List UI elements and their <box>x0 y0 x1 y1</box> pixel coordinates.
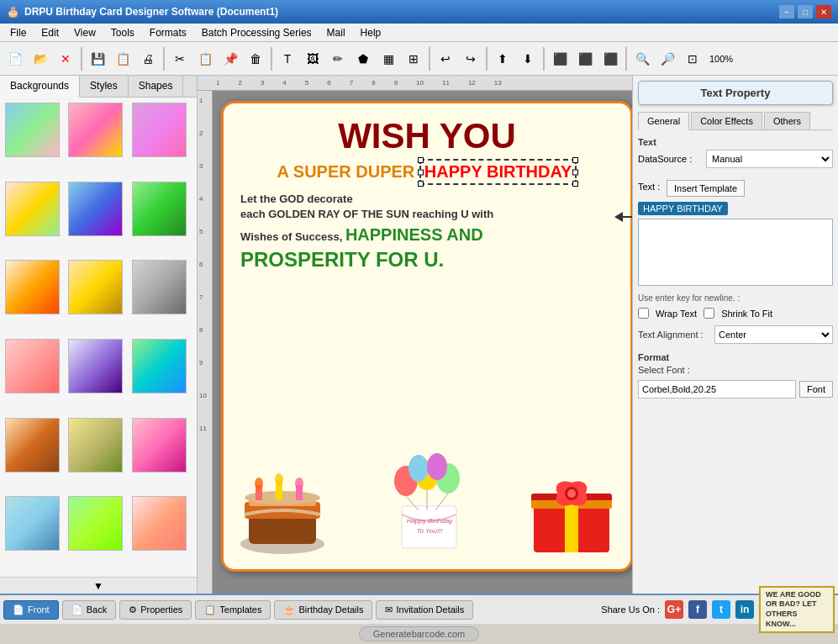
bg-thumb-7[interactable] <box>5 260 60 314</box>
scroll-down-button[interactable]: ▼ <box>0 577 197 594</box>
twitter-icon[interactable]: t <box>712 600 730 619</box>
menu-file[interactable]: File <box>3 25 33 40</box>
undo-button[interactable]: ↩ <box>434 47 457 71</box>
format-label: Format <box>638 352 833 362</box>
menu-view[interactable]: View <box>67 25 103 40</box>
bg-thumb-2[interactable] <box>68 103 123 157</box>
bg-thumb-9[interactable] <box>132 260 187 314</box>
bg-thumb-13[interactable] <box>5 418 60 472</box>
text-textarea[interactable] <box>638 219 833 286</box>
insert-template-button[interactable]: Insert Template <box>667 180 745 197</box>
minimize-button[interactable]: − <box>779 5 794 18</box>
title-bar: 🎂 DRPU Birthday Card Designer Software (… <box>0 0 838 24</box>
draw-button[interactable]: ✏ <box>326 47 350 71</box>
bg-thumb-6[interactable] <box>132 182 187 236</box>
font-row: Font <box>638 380 833 399</box>
tab-shapes[interactable]: Shapes <box>129 76 184 97</box>
shrink-to-fit-checkbox[interactable] <box>704 308 714 319</box>
open-button[interactable]: 📂 <box>29 47 52 71</box>
prop-tab-others[interactable]: Others <box>764 112 810 129</box>
save-button[interactable]: 💾 <box>86 47 109 71</box>
bottom-tab-invitation-details[interactable]: ✉ Invitation Details <box>376 600 473 620</box>
bottom-tab-birthday-details[interactable]: 🎂 Birthday Details <box>274 600 372 620</box>
menu-batch-processing[interactable]: Batch Processing Series <box>195 25 319 40</box>
cut-button[interactable]: ✂ <box>168 47 192 71</box>
align-left[interactable]: ⬛ <box>548 47 572 71</box>
prop-tab-general[interactable]: General <box>638 112 689 130</box>
print-button[interactable]: 🖨 <box>136 47 160 71</box>
facebook-icon[interactable]: f <box>688 600 707 619</box>
bg-thumb-1[interactable] <box>5 103 60 157</box>
bg-thumb-12[interactable] <box>132 339 187 393</box>
bottom-tab-back[interactable]: 📄 Back <box>62 600 116 620</box>
menu-help[interactable]: Help <box>354 25 388 40</box>
redo-button[interactable]: ↪ <box>459 47 482 71</box>
new-button[interactable]: 📄 <box>3 47 27 71</box>
menu-edit[interactable]: Edit <box>34 25 66 40</box>
font-button[interactable]: Font <box>799 381 833 398</box>
bg-thumb-4[interactable] <box>5 182 60 236</box>
cake-image <box>232 451 333 561</box>
bg-thumb-10[interactable] <box>5 339 60 393</box>
text-property-button[interactable]: Text Property <box>638 81 833 105</box>
maximize-button[interactable]: □ <box>798 5 813 18</box>
align-center[interactable]: ⬛ <box>573 47 597 71</box>
card-selection-box[interactable]: HAPPY BIRTHDAY <box>419 159 577 185</box>
back-button[interactable]: ⬇ <box>516 47 540 71</box>
tab-styles[interactable]: Styles <box>80 76 129 97</box>
prop-tab-color-effects[interactable]: Color Effects <box>691 112 762 129</box>
bg-thumb-11[interactable] <box>68 339 123 393</box>
invitation-tab-label: Invitation Details <box>396 604 464 615</box>
back-tab-label: Back <box>87 604 107 615</box>
bottom-tab-properties[interactable]: ⚙ Properties <box>119 600 192 620</box>
close-file-button[interactable]: ✕ <box>54 47 77 71</box>
qr-button[interactable]: ⊞ <box>402 47 425 71</box>
save-as-button[interactable]: 📋 <box>111 47 134 71</box>
card-line2a: A SUPER DUPER <box>277 162 419 181</box>
menu-tools[interactable]: Tools <box>104 25 141 40</box>
menu-formats[interactable]: Formats <box>143 25 193 40</box>
bg-thumb-17[interactable] <box>68 496 123 551</box>
barcode-button[interactable]: ▦ <box>377 47 400 71</box>
feedback-box[interactable]: WE ARE GOODOR BAD? LETOTHERS KNOW... <box>759 586 835 634</box>
shape-button[interactable]: ⬟ <box>351 47 375 71</box>
svg-point-9 <box>275 473 283 485</box>
bg-thumb-3[interactable] <box>132 103 187 157</box>
datasource-label: DataSource : <box>638 154 701 164</box>
text-section: Text DataSource : Manual <box>638 137 833 173</box>
svg-point-17 <box>408 455 429 482</box>
bottom-tab-front[interactable]: 📄 Front <box>3 600 59 620</box>
panel-tabs: Backgrounds Styles Shapes <box>0 76 197 98</box>
card-canvas: WISH YOU A SUPER DUPER HAPPY BIRTHDAY Le… <box>221 101 632 572</box>
alignment-select[interactable]: Center Left Right <box>714 325 833 344</box>
paste-button[interactable]: 📌 <box>219 47 242 71</box>
bg-thumb-16[interactable] <box>5 496 60 551</box>
bg-thumb-5[interactable] <box>68 182 123 236</box>
delete-button[interactable]: 🗑 <box>244 47 267 71</box>
close-button[interactable]: ✕ <box>816 5 831 18</box>
bg-thumb-18[interactable] <box>132 496 187 551</box>
tab-backgrounds[interactable]: Backgrounds <box>0 76 80 98</box>
copy-button[interactable]: 📋 <box>193 47 217 71</box>
bg-thumb-14[interactable] <box>68 418 123 472</box>
text-button[interactable]: T <box>276 47 299 71</box>
main-content: Backgrounds Styles Shapes ▼ <box>0 76 838 594</box>
datasource-select[interactable]: Manual <box>706 150 833 168</box>
align-right[interactable]: ⬛ <box>598 47 622 71</box>
zoom-in-button[interactable]: 🔍 <box>630 47 654 71</box>
fit-button[interactable]: ⊡ <box>681 47 704 71</box>
bg-thumb-15[interactable] <box>132 418 187 472</box>
google-plus-icon[interactable]: G+ <box>665 600 683 619</box>
bottom-tab-templates[interactable]: 📋 Templates <box>195 600 271 620</box>
menu-bar: File Edit View Tools Formats Batch Proce… <box>0 24 838 42</box>
front-button[interactable]: ⬆ <box>491 47 514 71</box>
zoom-out-button[interactable]: 🔎 <box>656 47 679 71</box>
image-button[interactable]: 🖼 <box>301 47 324 71</box>
bg-thumb-8[interactable] <box>68 260 123 314</box>
menu-mail[interactable]: Mail <box>320 25 352 40</box>
watermark: Generatebarcode.com <box>359 626 479 641</box>
wrap-text-checkbox[interactable] <box>638 308 649 319</box>
linkedin-icon[interactable]: in <box>735 600 754 619</box>
svg-text:Happy Birthday: Happy Birthday <box>407 517 454 525</box>
font-input[interactable] <box>638 380 796 399</box>
